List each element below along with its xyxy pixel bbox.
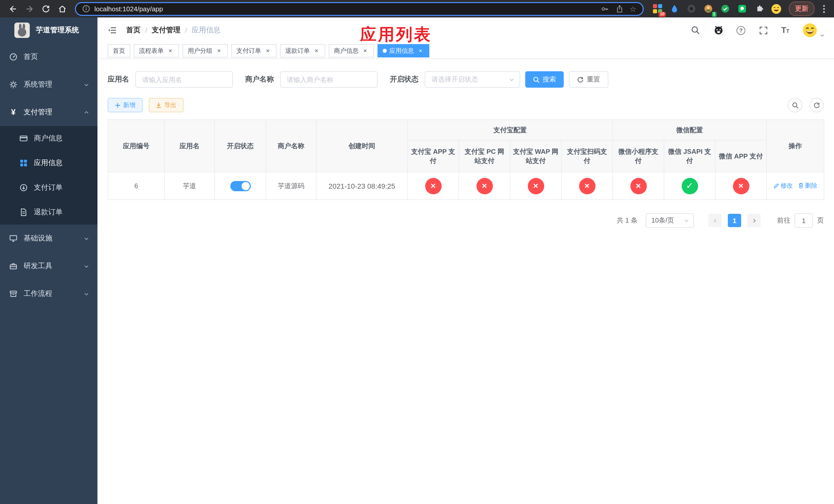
home-button[interactable] (54, 2, 70, 16)
refresh-icon (577, 76, 584, 83)
refresh-icon (813, 102, 820, 109)
cross-icon: × (630, 178, 646, 194)
user-avatar[interactable] (802, 23, 825, 38)
close-icon[interactable]: × (215, 47, 223, 54)
status-toggle[interactable] (230, 181, 250, 191)
browser-update-button[interactable]: 更新 (789, 2, 814, 16)
tab-user-group[interactable]: 用户分组 × (182, 44, 228, 58)
browser-profile-smiley-icon[interactable] (769, 2, 783, 15)
chevron-down-icon (84, 235, 89, 241)
status-select[interactable]: 请选择开启状态 (425, 71, 520, 88)
table-row: 6 芋道 芋道源码 2021-10-23 08:49:25 × × × × × … (108, 172, 824, 200)
ext-grid-icon[interactable]: 10 (651, 2, 664, 15)
toggle-search-button[interactable] (788, 98, 802, 112)
goto-page-input[interactable] (794, 213, 813, 228)
search-icon (533, 76, 540, 83)
prev-page-button[interactable] (708, 214, 722, 227)
logo-avatar (14, 23, 30, 38)
reload-button[interactable] (38, 2, 53, 16)
forward-button[interactable] (22, 2, 37, 16)
merchant-name-input[interactable] (280, 71, 377, 88)
app-name-input[interactable] (135, 71, 233, 88)
search-icon[interactable] (690, 25, 701, 36)
refresh-table-button[interactable] (809, 98, 824, 112)
sidebar-item-workflow[interactable]: 工作流程 (0, 280, 97, 307)
chevron-down-icon (509, 77, 514, 82)
app-window: localhost:1024/pay/app ☆ 10 (0, 0, 834, 504)
col-actions: 操作 (767, 120, 824, 172)
col-app-id: 应用编号 (108, 120, 164, 172)
github-icon[interactable] (714, 25, 724, 36)
sidebar-item-pay-order[interactable]: 支付订单 (0, 175, 97, 200)
add-button[interactable]: 新增 (108, 98, 142, 112)
tags-view-bar: 首页 流程表单 × 用户分组 × 支付订单 × (97, 43, 834, 59)
share-icon[interactable] (615, 4, 623, 13)
sidebar-item-system[interactable]: 系统管理 (0, 71, 97, 98)
breadcrumb-payment[interactable]: 支付管理 (152, 26, 180, 35)
sidebar-item-payment[interactable]: ¥ 支付管理 (0, 98, 97, 126)
navbar: 首页 / 支付管理 / 应用信息 ? (97, 18, 834, 43)
page-number-button[interactable]: 1 (728, 214, 741, 227)
close-icon[interactable]: × (167, 47, 174, 54)
back-button[interactable] (5, 2, 21, 16)
gear-icon (9, 81, 18, 89)
close-icon[interactable]: × (417, 47, 424, 54)
breadcrumb-current: 应用信息 (192, 26, 221, 35)
page-content: 应用名 商户名称 开启状态 请选择开启状态 搜索 重置 (97, 59, 834, 504)
table-toolbar: 新增 导出 (108, 98, 824, 112)
cell-status (215, 172, 266, 200)
tab-merchant-info[interactable]: 商户信息 × (329, 44, 374, 58)
delete-link[interactable]: 删除 (798, 182, 817, 190)
sidebar-item-refund-order[interactable]: 退款订单 (0, 200, 97, 225)
col-wechat-mini: 微信小程序支付 (613, 140, 664, 172)
close-icon[interactable]: × (264, 47, 271, 54)
tab-refund-order[interactable]: 退款订单 × (280, 44, 325, 58)
status-label: 开启状态 (390, 75, 419, 84)
group-alipay-config: 支付宝配置 (408, 120, 613, 140)
site-info-icon[interactable] (82, 5, 90, 13)
tab-pay-order[interactable]: 支付订单 × (231, 44, 277, 58)
sidebar-item-merchant-info[interactable]: 商户信息 (0, 126, 97, 151)
sidebar-item-home[interactable]: 首页 (0, 43, 97, 71)
bookmark-star-icon[interactable]: ☆ (630, 5, 637, 13)
tab-app-info[interactable]: 应用信息 × (377, 44, 429, 58)
app-logo[interactable]: 芋道管理系统 (0, 18, 97, 43)
check-icon: ✓ (681, 178, 698, 194)
sidebar-item-infra[interactable]: 基础设施 (0, 225, 97, 252)
password-key-icon[interactable] (600, 4, 609, 13)
tab-home[interactable]: 首页 (108, 44, 130, 58)
col-wechat-jsapi: 微信 JSAPI 支付 (664, 140, 715, 172)
collapse-sidebar-icon[interactable] (107, 25, 118, 36)
ext-profile-icon[interactable]: 1 (702, 2, 715, 15)
edit-link[interactable]: 修改 (773, 182, 793, 190)
address-bar[interactable]: localhost:1024/pay/app ☆ (75, 2, 644, 16)
extensions-area: 10 1 (651, 2, 783, 15)
ext-dark-circle-icon[interactable] (685, 2, 698, 15)
search-button[interactable]: 搜索 (525, 71, 564, 88)
font-size-icon[interactable]: TT (781, 26, 789, 35)
reset-button[interactable]: 重置 (569, 71, 608, 88)
browser-menu-icon[interactable] (819, 2, 829, 16)
export-button[interactable]: 导出 (149, 98, 184, 112)
col-merchant: 商户名称 (266, 120, 316, 172)
help-icon[interactable]: ? (737, 26, 745, 35)
page-size-select[interactable]: 10条/页 (646, 213, 694, 228)
document-icon (20, 208, 28, 216)
sidebar-item-dev-tools[interactable]: 研发工具 (0, 252, 97, 280)
ext-drop-icon[interactable] (668, 2, 681, 15)
ext-wechat-icon[interactable] (736, 2, 749, 15)
close-icon[interactable]: × (361, 47, 369, 54)
sidebar-item-app-info[interactable]: 应用信息 (0, 151, 97, 175)
close-icon[interactable]: × (313, 47, 320, 54)
total-count: 共 1 条 (617, 216, 638, 225)
breadcrumb-home[interactable]: 首页 (126, 26, 140, 35)
tab-process-form[interactable]: 流程表单 × (134, 44, 179, 58)
fullscreen-icon[interactable] (758, 25, 768, 36)
avatar-smiley-icon (802, 23, 818, 38)
ext-green-check-icon[interactable] (719, 2, 732, 15)
next-page-button[interactable] (747, 214, 761, 227)
extensions-puzzle-icon[interactable] (752, 2, 766, 15)
pagination: 共 1 条 10条/页 1 前往 页 (108, 213, 824, 228)
cross-icon: × (425, 178, 441, 194)
cross-icon: × (579, 178, 595, 194)
